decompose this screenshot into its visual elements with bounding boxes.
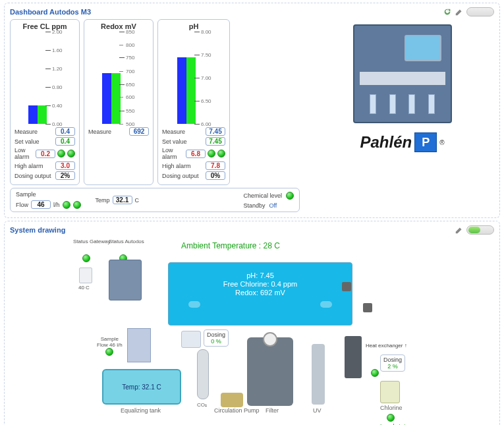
filter-tank [247,337,293,406]
equalizing-tank: Temp: 32.1 C [102,369,181,405]
status-dot [63,201,70,209]
gauge-ph-title: pH [162,22,225,30]
dashboard-title: Dashboard Autodos M3 [10,8,91,16]
status-autodos-label: Status Autodos [109,239,144,244]
co2-label: CO₂ [197,402,207,408]
autodos-device-small [109,260,142,300]
gateway-device [79,268,92,283]
dashboard-panel: Dashboard Autodos M3 Free CL ppm [4,3,500,218]
edit-icon[interactable] [455,7,464,16]
dashboard-header: Dashboard Autodos M3 [10,6,494,19]
ph-measure: 7.45 [206,127,225,136]
eq-tank-label: Equalizing tank [121,407,161,414]
dashboard-toggle[interactable] [466,7,494,16]
co2-tank [197,349,209,399]
freecl-measure: 0.4 [55,127,75,136]
sample-flow-label: Sample Flow 46 l/h [97,336,123,357]
system-diagram: Ambient Temperature : 28 C Status Gatewa… [10,237,494,425]
refresh-icon[interactable] [443,7,452,16]
dashboard-tools [443,7,494,16]
standby-value: Off [269,202,277,209]
dosing-left: Dosing 0 % [204,329,229,347]
gauge-redox-title: Redox mV [88,22,149,30]
filter-label: Filter [266,407,279,414]
uv-label: UV [313,407,322,414]
sample-flow-cell [127,328,151,362]
sample-bar: Sample Flow 46 l/h Temp 32.1 C Chemical … [10,188,300,212]
sample-flow: 46 [31,200,51,209]
system-header: System drawing [10,224,494,237]
gauge-ph: pH 8.00 7.50 7.00 6.50 6.00 [157,19,230,185]
system-title: System drawing [10,226,65,234]
ph-setvalue: 7.45 [206,137,225,146]
status-gateway-label: Status Gateway [73,239,110,244]
chlorine-tank [380,381,400,403]
pool-readout: pH: 7.45 Free Chlorine: 0.4 ppm Redox: 6… [168,262,352,326]
system-toggle[interactable] [466,225,494,235]
edit-icon[interactable] [455,225,464,235]
status-dot [217,150,225,157]
freecl-highalarm: 3.0 [55,161,75,170]
status-dot [208,150,215,157]
status-dot [67,150,75,157]
circ-pump-label: Circulation Pump [214,407,260,414]
status-dot [286,192,294,200]
gateway-temp: 40 C [78,285,90,291]
gauge-redox: Redox mV 850 800 750 700 650 600 [84,19,154,185]
circulation-pump [221,393,243,407]
valve-icon [363,303,372,312]
valve-icon [342,282,351,291]
status-dot [57,150,65,157]
freecl-setvalue: 0.4 [55,137,75,146]
gateway-status-dot [82,254,90,262]
status-dot [73,201,81,209]
freecl-lowalarm: 0.2 [36,150,55,158]
pressure-gauge-icon [263,332,277,347]
dosing-right: Dosing 2 % [380,354,405,372]
level-status-dot [387,414,395,422]
chlorine-label: Chlorine [380,405,403,411]
ph-highalarm: 7.8 [206,161,225,170]
sample-temp: 32.1 [113,196,132,204]
ph-dosing: 0% [206,171,225,180]
ambient-temp: Ambient Temperature : 28 C [181,241,280,250]
autodos-device-image [353,24,452,123]
freecl-dosing: 2% [55,171,75,180]
pahlen-p-icon: P [414,132,437,152]
brand-logo: Pahlén P ® [360,132,444,152]
hx-label: Heat exchanger ↑ [366,343,407,349]
uv-unit [312,344,325,405]
ph-lowalarm: 6.8 [186,150,206,158]
status-dot [105,348,113,356]
dosing-pump-left [181,331,201,348]
heat-exchanger [345,336,362,378]
redox-measure: 692 [129,127,149,136]
gauge-freecl: Free CL ppm 2.00 1.60 1.20 0.80 0.40 [10,19,80,185]
gauge-freecl-title: Free CL ppm [14,22,75,30]
system-panel: System drawing Ambient Temperature : 28 … [4,221,500,425]
status-dot [371,369,379,377]
